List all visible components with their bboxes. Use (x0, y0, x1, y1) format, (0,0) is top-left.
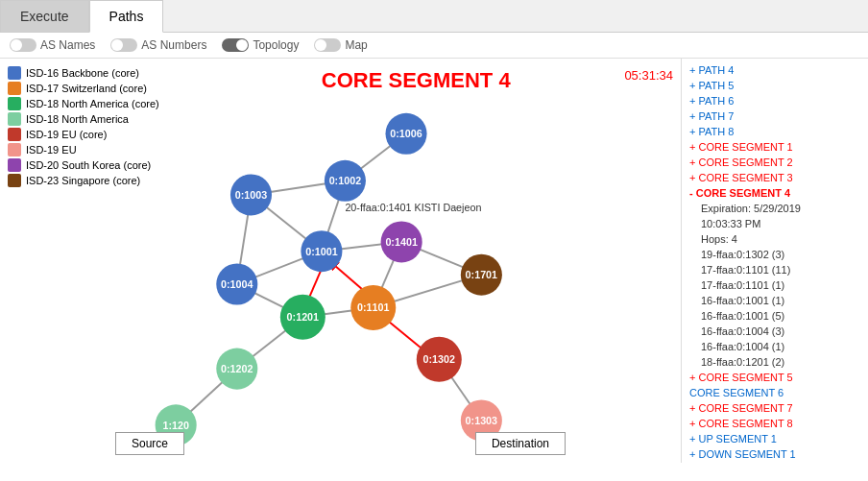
svg-text:1:120: 1:120 (162, 420, 189, 431)
sidebar-info-time: 10:03:33 PM (682, 216, 868, 231)
sidebar-item-up1[interactable]: + UP SEGMENT 1 (682, 431, 868, 446)
sidebar-item-path4[interactable]: + PATH 4 (682, 62, 868, 78)
sidebar-info-hop3: 17-ffaa:0:1101 (1) (682, 277, 868, 293)
sidebar: + PATH 4 + PATH 5 + PATH 6 + PATH 7 + PA… (681, 59, 868, 463)
svg-text:0:1004: 0:1004 (221, 278, 253, 290)
main-content: ISD-16 Backbone (core) ISD-17 Switzerlan… (0, 59, 868, 463)
sidebar-info-hop2: 17-ffaa:0:1101 (11) (682, 262, 868, 277)
sidebar-item-down1[interactable]: + DOWN SEGMENT 1 (682, 446, 868, 462)
sidebar-item-path7[interactable]: + PATH 7 (682, 108, 868, 124)
sidebar-info-hop7: 16-ffaa:0:1004 (1) (682, 339, 868, 354)
canvas-area: ISD-16 Backbone (core) ISD-17 Switzerlan… (0, 59, 681, 463)
svg-text:0:1003: 0:1003 (235, 189, 267, 201)
svg-text:0:1006: 0:1006 (390, 128, 422, 139)
sidebar-info-expiration: Expiration: 5/29/2019 (682, 201, 868, 216)
sidebar-info-hop5: 16-ffaa:0:1001 (5) (682, 308, 868, 324)
tab-execute[interactable]: Execute (0, 0, 89, 32)
sidebar-item-core6[interactable]: CORE SEGMENT 6 (682, 385, 868, 400)
sidebar-item-core8[interactable]: + CORE SEGMENT 8 (682, 416, 868, 431)
network-graph: 20-ffaa:0:1401 KISTI Daejeon 0:1006 0:10… (0, 59, 681, 463)
svg-text:0:1303: 0:1303 (466, 415, 497, 426)
svg-text:0:1002: 0:1002 (329, 175, 361, 186)
svg-text:0:1001: 0:1001 (305, 246, 337, 257)
source-button[interactable]: Source (115, 432, 184, 455)
toggle-as-numbers[interactable]: AS Numbers (110, 38, 206, 52)
sidebar-item-core7[interactable]: + CORE SEGMENT 7 (682, 400, 868, 416)
sidebar-info-hop4: 16-ffaa:0:1001 (1) (682, 293, 868, 308)
tab-paths[interactable]: Paths (89, 0, 164, 33)
sidebar-info-hop1: 19-ffaa:0:1302 (3) (682, 247, 868, 262)
toggle-map[interactable]: Map (314, 38, 367, 52)
destination-button[interactable]: Destination (475, 432, 566, 455)
svg-text:0:1401: 0:1401 (385, 236, 417, 248)
svg-text:0:1101: 0:1101 (357, 301, 389, 313)
toggle-as-names[interactable]: AS Names (10, 38, 95, 52)
svg-text:0:1202: 0:1202 (221, 363, 253, 374)
sidebar-item-core2[interactable]: + CORE SEGMENT 2 (682, 155, 868, 170)
sidebar-item-core4[interactable]: - CORE SEGMENT 4 (682, 185, 868, 201)
sidebar-item-path5[interactable]: + PATH 5 (682, 78, 868, 93)
svg-text:0:1701: 0:1701 (466, 269, 497, 280)
sidebar-info-hop6: 16-ffaa:0:1004 (3) (682, 324, 868, 339)
toggle-topology[interactable]: Topology (222, 38, 299, 52)
svg-text:20-ffaa:0:1401 KISTI Daejeon: 20-ffaa:0:1401 KISTI Daejeon (345, 202, 481, 213)
sidebar-item-core3[interactable]: + CORE SEGMENT 3 (682, 170, 868, 185)
svg-text:0:1302: 0:1302 (423, 353, 455, 365)
sidebar-item-core1[interactable]: + CORE SEGMENT 1 (682, 139, 868, 155)
sidebar-item-path8[interactable]: + PATH 8 (682, 124, 868, 139)
toolbar: AS Names AS Numbers Topology Map (0, 33, 868, 59)
sidebar-info-hops: Hops: 4 (682, 231, 868, 247)
sidebar-item-core5[interactable]: + CORE SEGMENT 5 (682, 370, 868, 385)
svg-text:0:1201: 0:1201 (287, 311, 319, 323)
sidebar-info-hop8: 18-ffaa:0:1201 (2) (682, 354, 868, 370)
tabs-bar: Execute Paths (0, 0, 868, 33)
sidebar-item-path6[interactable]: + PATH 6 (682, 93, 868, 108)
